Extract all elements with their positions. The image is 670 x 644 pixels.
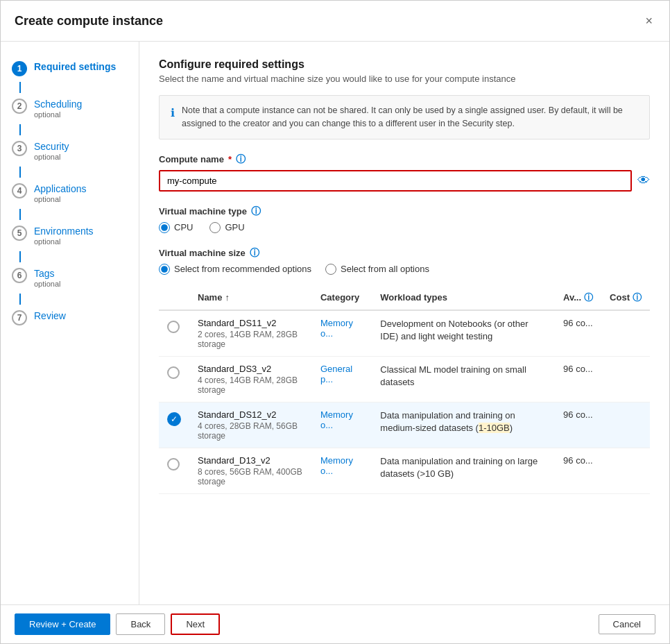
sidebar-label-review: Review — [34, 310, 66, 321]
row-workload-cell: Data manipulation and training on medium… — [372, 402, 555, 448]
row-select-cell[interactable] — [159, 356, 189, 402]
vm-workload: Classical ML model training on small dat… — [380, 364, 526, 387]
vm-specs: 4 cores, 14GB RAM, 28GB storage — [198, 375, 304, 395]
vm-avail: 96 co... — [563, 318, 593, 328]
row-select-cell[interactable] — [159, 448, 189, 493]
vm-specs: 4 cores, 28GB RAM, 56GB storage — [198, 421, 304, 441]
row-name-cell: Standard_D13_v2 8 cores, 56GB RAM, 400GB… — [189, 448, 312, 493]
dialog-body: 1 Required settings 2 Scheduling optiona… — [1, 42, 669, 604]
row-avail-cell: 96 co... — [555, 448, 601, 493]
next-button[interactable]: Next — [171, 613, 220, 635]
vm-type-label: Virtual machine type ⓘ — [159, 205, 650, 218]
row-avail-cell: 96 co... — [555, 402, 601, 448]
dialog-title: Create compute instance — [15, 14, 163, 28]
sidebar-sub-environments: optional — [34, 237, 94, 246]
table-row[interactable]: Standard_DS3_v2 4 cores, 14GB RAM, 28GB … — [159, 356, 650, 402]
vm-name: Standard_DS11_v2 — [198, 318, 304, 328]
cost-info-icon[interactable]: ⓘ — [633, 291, 642, 304]
sidebar-label-applications: Applications — [34, 183, 87, 194]
row-avail-cell: 96 co... — [555, 310, 601, 357]
footer-left-buttons: Review + Create Back Next — [15, 613, 220, 635]
cancel-button[interactable]: Cancel — [599, 614, 655, 634]
vm-size-options: Select from recommended options Select f… — [159, 264, 650, 275]
sidebar-item-tags[interactable]: 6 Tags optional — [1, 262, 139, 294]
highlight-range: 1-10GB — [479, 423, 510, 433]
eye-icon[interactable]: 👁 — [637, 173, 650, 188]
row-select-radio[interactable] — [167, 366, 180, 379]
sidebar-item-scheduling[interactable]: 2 Scheduling optional — [1, 93, 139, 124]
row-name-cell: Standard_DS12_v2 4 cores, 28GB RAM, 56GB… — [189, 402, 312, 448]
row-workload-cell: Data manipulation and training on large … — [372, 448, 555, 493]
row-select-cell[interactable] — [159, 310, 189, 357]
required-marker: * — [228, 154, 232, 164]
row-avail-cell: 96 co... — [555, 356, 601, 402]
sidebar-item-content: Tags optional — [34, 268, 61, 288]
vm-size-label: Virtual machine size ⓘ — [159, 247, 650, 260]
compute-name-input[interactable] — [159, 170, 632, 192]
vm-type-cpu-option[interactable]: CPU — [159, 222, 193, 233]
compute-name-row: 👁 — [159, 170, 650, 192]
vm-type-cpu-radio[interactable] — [159, 222, 170, 233]
step-num-4: 4 — [12, 183, 27, 198]
section-title: Configure required settings — [159, 58, 650, 71]
review-create-button[interactable]: Review + Create — [15, 613, 110, 635]
sidebar-item-applications[interactable]: 4 Applications optional — [1, 178, 139, 209]
vm-type-gpu-radio[interactable] — [209, 222, 221, 233]
section-subtitle: Select the name and virtual machine size… — [159, 74, 650, 84]
row-cost-cell — [601, 402, 650, 448]
sidebar-connector — [19, 294, 21, 305]
vm-workload: Development on Notebooks (or other IDE) … — [380, 319, 528, 341]
sidebar-item-review[interactable]: 7 Review — [1, 305, 139, 331]
th-cost: Cost ⓘ — [601, 286, 650, 310]
th-category: Category — [312, 286, 372, 310]
vm-size-all-label: Select from all options — [341, 264, 429, 274]
main-content: Configure required settings Select the n… — [139, 42, 669, 604]
vm-name: Standard_DS3_v2 — [198, 364, 304, 374]
sidebar-item-environments[interactable]: 5 Environments optional — [1, 220, 139, 251]
sidebar-sub-scheduling: optional — [34, 110, 82, 119]
vm-type-field-group: Virtual machine type ⓘ CPU GPU — [159, 205, 650, 233]
av-info-icon[interactable]: ⓘ — [584, 291, 593, 304]
sidebar-sub-applications: optional — [34, 195, 87, 203]
back-button[interactable]: Back — [116, 613, 165, 635]
vm-size-recommended-option[interactable]: Select from recommended options — [159, 264, 311, 275]
sidebar-item-content: Applications optional — [34, 183, 87, 203]
th-name[interactable]: Name ↑ — [189, 286, 312, 310]
vm-size-all-option[interactable]: Select from all options — [325, 264, 429, 275]
row-select-radio[interactable] — [167, 458, 180, 471]
step-num-7: 7 — [12, 310, 27, 325]
vm-name: Standard_D13_v2 — [198, 455, 304, 466]
sidebar-sub-security: optional — [34, 153, 69, 161]
compute-name-field-group: Compute name * ⓘ 👁 — [159, 153, 650, 192]
row-name-cell: Standard_DS3_v2 4 cores, 14GB RAM, 28GB … — [189, 356, 312, 402]
sidebar-item-security[interactable]: 3 Security optional — [1, 135, 139, 167]
vm-size-all-radio[interactable] — [325, 264, 336, 275]
close-button[interactable]: × — [642, 12, 655, 30]
table-row[interactable]: Standard_D13_v2 8 cores, 56GB RAM, 400GB… — [159, 448, 650, 493]
step-num-2: 2 — [12, 99, 27, 114]
row-select-radio-checked[interactable]: ✓ — [167, 412, 181, 426]
vm-type-options: CPU GPU — [159, 222, 650, 233]
vm-type-gpu-option[interactable]: GPU — [209, 222, 244, 233]
compute-name-label: Compute name * ⓘ — [159, 153, 650, 166]
sidebar-item-content: Environments optional — [34, 226, 94, 246]
row-category-cell: Memory o... — [312, 448, 372, 493]
step-num-5: 5 — [12, 226, 27, 241]
sidebar-connector — [19, 209, 21, 220]
row-cost-cell — [601, 356, 650, 402]
row-select-cell[interactable]: ✓ — [159, 402, 189, 448]
table-row[interactable]: ✓ Standard_DS12_v2 4 cores, 28GB RAM, 56… — [159, 402, 650, 448]
vm-size-recommended-radio[interactable] — [159, 264, 170, 275]
table-row[interactable]: Standard_DS11_v2 2 cores, 14GB RAM, 28GB… — [159, 310, 650, 357]
row-category-cell: General p... — [312, 356, 372, 402]
vm-workload: Data manipulation and training on large … — [380, 456, 538, 479]
sidebar-connector — [19, 82, 21, 93]
info-box: ℹ Note that a compute instance can not b… — [159, 95, 650, 139]
sidebar-label-security: Security — [34, 141, 69, 152]
sidebar-item-content: Scheduling optional — [34, 99, 82, 119]
vm-avail: 96 co... — [563, 455, 593, 466]
row-select-radio[interactable] — [167, 321, 180, 333]
sort-icon: ↑ — [225, 292, 230, 303]
vm-type-info-icon: ⓘ — [251, 205, 261, 218]
sidebar-item-required-settings[interactable]: 1 Required settings — [1, 56, 139, 82]
